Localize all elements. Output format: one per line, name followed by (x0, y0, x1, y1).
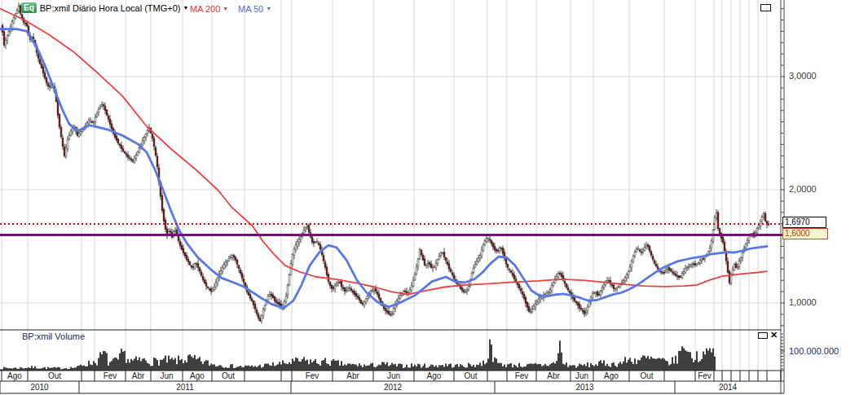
svg-text:Out: Out (640, 371, 653, 380)
price-axis-tick-label: 1,0000 (789, 297, 817, 307)
instrument-type-badge: Eq (21, 2, 37, 13)
svg-text:Fev: Fev (515, 371, 529, 380)
instrument-title-dropdown[interactable]: BP:xmil Diário Hora Local (TMG+0) ▼ (40, 3, 189, 13)
svg-text:Jun: Jun (575, 371, 588, 380)
svg-text:Jun: Jun (160, 371, 173, 380)
dropdown-arrow-icon: ▼ (183, 5, 188, 11)
svg-text:Ago: Ago (427, 371, 442, 380)
volume-bars-layer (0, 340, 716, 371)
ma-200-dropdown[interactable]: MA 200 ▼ (190, 4, 228, 14)
axis-frame-layer (0, 0, 785, 393)
volume-restore-icon[interactable] (758, 332, 768, 339)
restore-window-icon[interactable] (760, 4, 771, 11)
svg-text:Abr: Abr (346, 371, 359, 380)
price-axis-tick-label: 3,0000 (789, 71, 817, 81)
svg-text:2012: 2012 (384, 383, 403, 392)
hline-price-label[interactable]: 1,6000 (782, 228, 828, 239)
svg-text:2010: 2010 (30, 383, 49, 392)
svg-text:Out: Out (464, 371, 477, 380)
ma-200-label: MA 200 (190, 4, 220, 14)
x-axis-layer: AgoOutFevAbrJunAgoOutFevAbrJunAgoOutFevA… (0, 371, 784, 393)
candles-layer (2, 2, 769, 323)
volume-axis-label: 100.000.000 (789, 346, 839, 356)
svg-text:Fev: Fev (698, 371, 712, 380)
volume-panel-title: BP:xmil Volume (22, 331, 85, 341)
svg-text:Ago: Ago (190, 371, 205, 380)
svg-text:Ago: Ago (7, 371, 22, 380)
svg-text:2013: 2013 (575, 383, 594, 392)
chart-header: Eq BP:xmil Diário Hora Local (TMG+0) ▼ (21, 2, 188, 13)
dropdown-arrow-icon: ▼ (223, 6, 228, 12)
price-axis-tick-label: 2,0000 (789, 184, 817, 194)
chart-window: AgoOutFevAbrJunAgoOutFevAbrJunAgoOutFevA… (0, 0, 868, 395)
last-price-label: 1,6970 (782, 217, 826, 228)
svg-text:Jun: Jun (387, 371, 400, 380)
svg-text:2011: 2011 (176, 383, 194, 392)
chart-canvas: AgoOutFevAbrJunAgoOutFevAbrJunAgoOutFevA… (0, 0, 868, 395)
svg-text:Fev: Fev (306, 371, 319, 380)
svg-text:Ago: Ago (604, 371, 619, 380)
svg-text:Out: Out (222, 371, 235, 380)
level-lines-layer (0, 224, 783, 235)
svg-text:Abr: Abr (547, 371, 560, 380)
svg-text:2014: 2014 (719, 383, 738, 392)
ma50-line (0, 29, 767, 309)
svg-text:Abr: Abr (132, 371, 145, 380)
instrument-title: BP:xmil Diário Hora Local (TMG+0) (40, 3, 181, 13)
ma-50-dropdown[interactable]: MA 50 ▼ (238, 4, 271, 14)
svg-text:Fev: Fev (104, 371, 117, 380)
svg-text:Out: Out (48, 371, 61, 380)
dropdown-arrow-icon: ▼ (266, 6, 271, 12)
volume-close-icon[interactable]: ✕ (770, 331, 778, 339)
ma-50-label: MA 50 (238, 4, 263, 14)
